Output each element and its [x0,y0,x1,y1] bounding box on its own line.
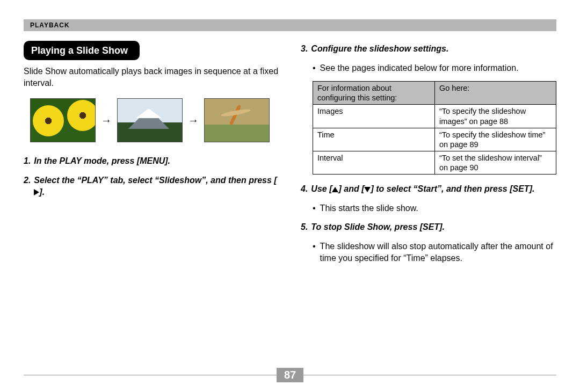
step-5-bullets: The slideshow will also stop automatical… [301,241,556,264]
step-number: 3. [301,43,308,55]
step-text: Select the “PLAY” tab, select “Slideshow… [34,175,279,198]
section-title-pill: Playing a Slide Show [24,41,140,60]
thumbnail-image-1 [30,98,96,142]
intro-paragraph: Slide Show automatically plays back imag… [24,66,279,89]
step-4: 4. Use [] and [] to select “Start”, and … [301,183,556,195]
arrow-right-icon: → [188,113,199,128]
right-column: 3. Configure the slideshow settings. See… [301,41,556,271]
table-header-cell: For information about configuring this s… [313,82,435,105]
two-column-layout: Playing a Slide Show Slide Show automati… [24,41,556,271]
table-cell: “To specify the slideshow time” on page … [434,128,556,151]
arrow-right-icon: → [101,113,112,128]
bullet-item: See the pages indicated below for more i… [313,62,556,74]
thumbnail-image-2 [117,98,183,142]
triangle-right-icon [34,189,39,195]
bullet-text: See the pages indicated below for more i… [320,62,519,74]
thumbnail-image-3 [204,98,270,142]
footer-rule-right [303,375,556,375]
footer-rule-left [24,375,277,375]
settings-reference-table: For information about configuring this s… [313,81,556,175]
step-text-fragment: ] to select “Start”, and then press [SET… [371,184,534,193]
page-number-badge: 87 [277,368,303,382]
step-1: 1. In the PLAY mode, press [MENU]. [24,155,279,167]
step-text-fragment: ] and [ [338,184,364,193]
table-row: Images “To specify the slideshow images”… [313,105,556,128]
step-text-fragment: Select the “PLAY” tab, select “Slideshow… [34,176,277,185]
triangle-down-icon [364,187,371,192]
step-3: 3. Configure the slideshow settings. [301,43,556,55]
table-cell: Time [313,128,435,151]
step-text: Use [] and [] to select “Start”, and the… [311,183,556,195]
table-cell: “To set the slideshow interval” on page … [434,151,556,174]
step-text: In the PLAY mode, press [MENU]. [34,155,279,167]
table-header-cell: Go here: [434,82,556,105]
step-text: To stop Slide Show, press [SET]. [311,221,556,233]
triangle-up-icon [332,187,338,192]
step-text: Configure the slideshow settings. [311,43,556,55]
step-5: 5. To stop Slide Show, press [SET]. [301,221,556,233]
step-text-fragment: ]. [39,187,45,197]
step-number: 1. [24,155,31,167]
table-row: Interval “To set the slideshow interval”… [313,151,556,174]
step-4-bullets: This starts the slide show. [301,202,556,214]
bullet-text: This starts the slide show. [320,202,418,214]
left-column: Playing a Slide Show Slide Show automati… [24,41,279,271]
step-2: 2. Select the “PLAY” tab, select “Slides… [24,175,279,198]
manual-page: PLAYBACK Playing a Slide Show Slide Show… [0,0,580,392]
step-3-bullets: See the pages indicated below for more i… [301,62,556,74]
bullet-item: This starts the slide show. [313,202,556,214]
step-text-fragment: Use [ [311,184,332,193]
table-cell: “To specify the slideshow images” on pag… [434,105,556,128]
slideshow-thumbnails-row: → → [30,98,279,142]
table-cell: Interval [313,151,435,174]
step-number: 5. [301,221,308,233]
table-header-row: For information about configuring this s… [313,82,556,105]
bullet-text: The slideshow will also stop automatical… [320,241,556,264]
section-header-label: PLAYBACK [30,22,70,28]
table-row: Time “To specify the slideshow time” on … [313,128,556,151]
section-header-bar: PLAYBACK [24,19,556,31]
bullet-item: The slideshow will also stop automatical… [313,241,556,264]
table-cell: Images [313,105,435,128]
page-footer: 87 [24,368,556,382]
step-number: 2. [24,175,31,198]
step-number: 4. [301,183,308,195]
